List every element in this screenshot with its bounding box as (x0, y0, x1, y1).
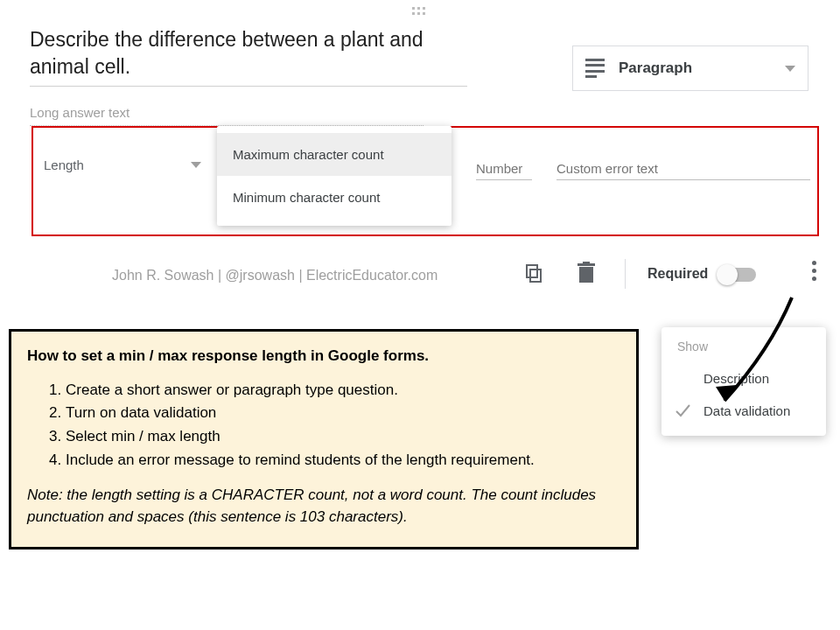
instruction-step: Select min / max length (66, 426, 620, 448)
more-options-popover: Show Description Data validation (662, 327, 826, 436)
required-label: Required (648, 266, 708, 282)
validation-type-select[interactable]: Length (44, 158, 201, 172)
delete-button[interactable] (574, 261, 598, 285)
instruction-step: Turn on data validation (66, 402, 620, 424)
paragraph-icon (585, 59, 605, 78)
dropdown-option-max[interactable]: Maximum character count (217, 133, 452, 176)
popover-item-label: Description (704, 371, 769, 386)
more-options-button[interactable] (807, 261, 821, 281)
instruction-step: Include an error message to remind stude… (66, 450, 620, 472)
validation-length-dropdown: Maximum character count Minimum characte… (217, 126, 452, 226)
trash-icon (577, 262, 596, 284)
question-title[interactable]: Describe the difference between a plant … (30, 26, 467, 87)
drag-handle-icon[interactable] (412, 7, 428, 18)
instruction-callout: How to set a min / max response length i… (9, 329, 639, 550)
duplicate-button[interactable] (522, 261, 546, 285)
check-icon (674, 402, 691, 419)
instruction-list: Create a short answer or paragraph type … (27, 380, 620, 472)
svg-rect-1 (527, 265, 537, 277)
popover-heading: Show (662, 340, 826, 362)
popover-item-label: Data validation (704, 403, 790, 418)
svg-rect-4 (583, 262, 590, 264)
validation-type-label: Length (44, 158, 84, 172)
chevron-down-icon (191, 162, 201, 168)
validation-number-input[interactable] (476, 158, 532, 180)
chevron-down-icon (785, 66, 795, 72)
long-answer-placeholder: Long answer text (30, 105, 424, 126)
instruction-title: How to set a min / max response length i… (27, 346, 620, 368)
question-type-label: Paragraph (619, 60, 785, 77)
dropdown-option-min[interactable]: Minimum character count (217, 176, 452, 219)
copy-icon (523, 262, 544, 284)
question-type-select[interactable]: Paragraph (572, 46, 808, 91)
instruction-step: Create a short answer or paragraph type … (66, 380, 620, 402)
svg-rect-2 (579, 267, 593, 283)
divider (625, 259, 626, 289)
required-toggle[interactable] (719, 268, 756, 282)
svg-rect-0 (530, 270, 541, 282)
attribution-text: John R. Sowash | @jrsowash | ElectricEdu… (112, 268, 438, 284)
instruction-note: Note: the length setting is a CHARACTER … (27, 485, 620, 528)
popover-item-description[interactable]: Description (662, 362, 826, 395)
validation-error-input[interactable] (556, 158, 810, 180)
popover-item-data-validation[interactable]: Data validation (662, 395, 826, 427)
